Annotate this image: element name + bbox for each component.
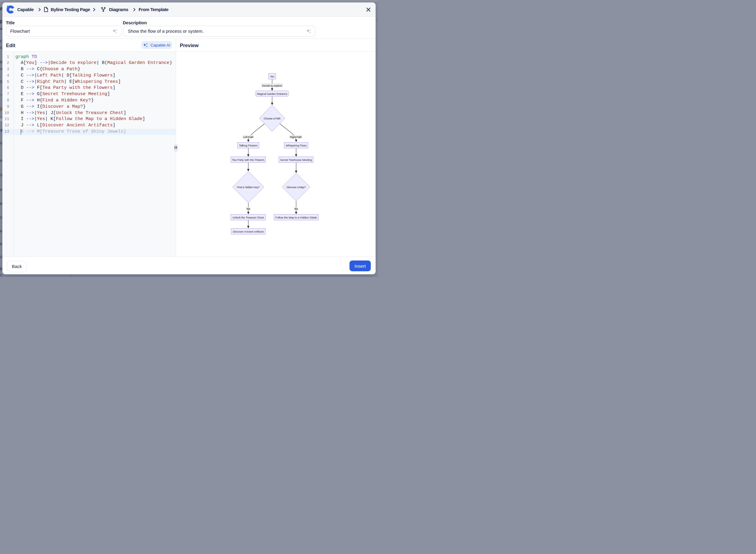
- svg-text:Tea Party with the Flowers: Tea Party with the Flowers: [232, 158, 264, 161]
- svg-text:Discover Ancient Artifacts: Discover Ancient Artifacts: [233, 230, 264, 233]
- svg-text:Right Path: Right Path: [290, 135, 302, 138]
- svg-text:Discover a Map?: Discover a Map?: [287, 185, 306, 189]
- svg-text:Magical Garden Entrance: Magical Garden Entrance: [257, 92, 287, 95]
- svg-text:Talking Flowers: Talking Flowers: [239, 144, 257, 147]
- svg-text:Follow the Map to a Hidden Gla: Follow the Map to a Hidden Glade: [275, 216, 317, 219]
- svg-text:Whispering Trees: Whispering Trees: [286, 144, 307, 147]
- svg-text:Yes: Yes: [246, 207, 250, 210]
- svg-text:Left Path: Left Path: [243, 135, 253, 138]
- svg-text:You: You: [270, 75, 274, 78]
- svg-text:Decide to explore: Decide to explore: [262, 84, 282, 87]
- svg-text:Unlock the Treasure Chest: Unlock the Treasure Chest: [233, 216, 264, 219]
- svg-text:Yes: Yes: [294, 207, 298, 210]
- svg-text:Find a Hidden Key?: Find a Hidden Key?: [237, 185, 259, 189]
- svg-text:Choose a Path: Choose a Path: [264, 117, 281, 120]
- svg-text:Secret Treehouse Meeting: Secret Treehouse Meeting: [280, 158, 312, 161]
